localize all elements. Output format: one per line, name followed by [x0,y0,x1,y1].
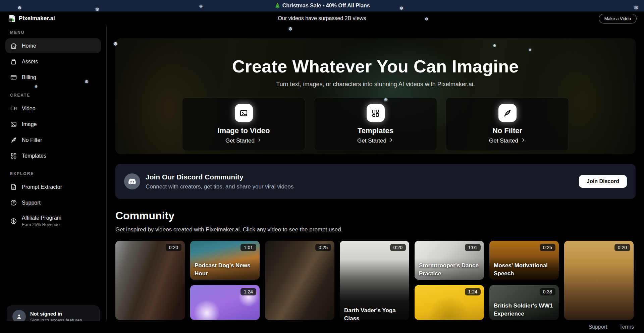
duration-badge: 0:25 [540,244,555,251]
video-tile-podcast-dog[interactable]: 1:01Podcast Dog's News Hour [190,241,260,280]
sidebar-item-no-filter[interactable]: No Filter [5,132,101,148]
video-column: 0:25Moses' Motivational Speech0:38Britis… [489,241,559,320]
video-title: Moses' Motivational Speech [494,262,555,278]
hero-subtitle: Turn text, images, or characters into st… [276,81,475,88]
get-started-link[interactable]: Get Started [489,137,526,144]
sidebar-section-label: EXPLORE [10,171,96,176]
document-icon [10,183,17,190]
sidebar-item-video[interactable]: Video [5,101,101,116]
video-title: Podcast Dog's News Hour [195,262,256,278]
video-column: 0:20Darth Vader's Yoga Class [340,241,409,320]
duration-badge: 0:38 [540,288,555,295]
hero-card-no-filter[interactable]: No FilterGet Started [446,98,569,151]
footer-link-terms[interactable]: Terms [619,324,634,330]
video-tile-barista[interactable]: 0:20 [564,241,634,320]
video-tile-darth-vader[interactable]: 0:20Darth Vader's Yoga Class [340,241,409,320]
sidebar-item-home[interactable]: Home [5,38,101,53]
discord-banner: Join Our Discord Community Connect with … [115,164,636,199]
hero-card-templates[interactable]: TemplatesGet Started [314,98,437,151]
get-started-label: Get Started [357,137,386,144]
filter-off-icon [10,136,17,144]
get-started-link[interactable]: Get Started [357,137,394,144]
video-column: 1:01Stormtrooper's Dance Practice1:24 [415,241,484,320]
duration-badge: 1:01 [240,244,256,251]
hero-cards: Image to VideoGet StartedTemplatesGet St… [182,98,569,151]
video-title: British Soldier's WW1 Experience [494,302,555,318]
video-tile-ww1-soldier[interactable]: 0:38British Soldier's WW1 Experience [489,285,559,320]
sidebar-item-prompt-extractor[interactable]: Prompt Extractor [5,179,101,195]
credit-card-icon [10,74,17,81]
video-tile-gorilla-waterfall[interactable]: 0:20 [115,241,185,320]
hero-section: Create Whatever You Can Imagine Turn tex… [115,38,636,154]
chevron-right-icon [389,137,394,144]
hero-card-image-to-video[interactable]: Image to VideoGet Started [182,98,305,151]
video-tile-moses-speech[interactable]: 0:25Moses' Motivational Speech [489,241,559,280]
duration-badge: 0:20 [390,244,406,251]
video-column: 0:25 [265,241,334,320]
sidebar-item-label: Assets [22,59,38,65]
discord-title: Join Our Discord Community [146,173,293,181]
filter-off-icon-tile [498,104,517,122]
sidebar-item-label: Templates [22,153,46,159]
join-discord-button[interactable]: Join Discord [579,175,627,188]
promo-banner-text: 🎄 Christmas Sale • 40% Off All Plans [274,2,370,9]
sidebar-item-sublabel: Earn 25% Revenue [22,222,61,227]
duration-badge: 1:01 [465,244,481,251]
get-started-label: Get Started [225,137,255,144]
video-tile-wizard-in-car[interactable]: 0:25 [265,241,334,320]
sidebar-nav: MENUHomeAssetsBillingCREATEVideoImageNo … [5,30,101,231]
video-title: Darth Vader's Yoga Class [344,307,406,320]
discord-subtitle: Connect with creators, get tips, and sha… [146,183,293,190]
sidebar-item-label: No Filter [22,137,42,143]
main-content: Create Whatever You Can Imagine Turn tex… [107,25,644,333]
pixelmaker-logo-icon [7,14,16,23]
get-started-link[interactable]: Get Started [225,137,262,144]
bag-icon [10,58,17,65]
sidebar-item-label: Support [22,200,41,206]
app-header: Pixelmaker.ai Our videos have surpassed … [0,11,644,25]
video-title: Stormtrooper's Dance Practice [419,262,481,278]
sidebar-item-templates[interactable]: Templates [5,148,101,163]
hero-card-title: Templates [358,126,393,135]
video-tile-purple-orbs[interactable]: 1:24 [190,285,260,320]
duration-badge: 0:25 [315,244,331,251]
footer: SupportTerms [0,321,644,333]
community-title: Community [115,210,636,222]
discord-icon [124,173,140,189]
sidebar-section-label: MENU [10,30,96,35]
video-tile-stormtrooper[interactable]: 1:01Stormtrooper's Dance Practice [415,241,484,280]
sidebar-item-label: Image [22,121,37,127]
signin-title: Not signed in [30,311,82,317]
templates-grid-icon [10,152,17,159]
duration-badge: 0:20 [614,244,630,251]
pixelmaker-logo[interactable]: Pixelmaker.ai [7,14,55,23]
make-a-video-button[interactable]: Make a Video [599,14,637,23]
sidebar-item-affiliate-program[interactable]: Affiliate ProgramEarn 25% Revenue [5,211,101,231]
footer-link-support[interactable]: Support [588,324,607,330]
video-camera-icon [10,105,17,112]
dollar-circle-icon [10,218,17,225]
duration-badge: 1:24 [465,288,481,295]
chevron-right-icon [257,137,262,144]
sidebar-section-label: CREATE [10,93,96,98]
chevron-right-icon [521,137,526,144]
community-video-grid: 0:201:01Podcast Dog's News Hour1:240:250… [115,241,636,320]
sidebar-item-image[interactable]: Image [5,117,101,132]
templates-grid-icon-tile [367,104,385,122]
hero-title: Create Whatever You Can Imagine [232,56,519,76]
video-tile-naruto-figure[interactable]: 1:24 [415,285,484,320]
hero-card-title: No Filter [492,126,522,135]
sidebar-item-label: Video [22,106,36,112]
community-subtitle: Get inspired by videos created with Pixe… [115,226,636,233]
promo-banner: 🎄 Christmas Sale • 40% Off All Plans [0,0,644,11]
sidebar-item-billing[interactable]: Billing [5,70,101,85]
sidebar: MENUHomeAssetsBillingCREATEVideoImageNo … [0,25,107,333]
sidebar-item-label: Prompt Extractor [22,184,62,190]
video-column: 0:20 [115,241,185,320]
sidebar-item-support[interactable]: Support [5,195,101,210]
video-column: 1:01Podcast Dog's News Hour1:24 [190,241,260,320]
image-icon-tile [235,104,253,122]
home-icon [10,42,17,49]
sidebar-item-assets[interactable]: Assets [5,54,101,69]
views-tagline: Our videos have surpassed 2B views [0,15,644,21]
